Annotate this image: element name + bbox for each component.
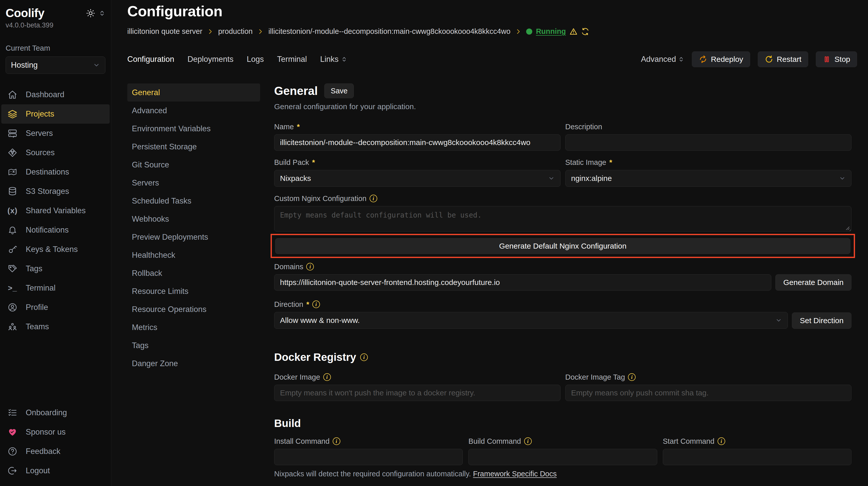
subnav-tags[interactable]: Tags	[127, 336, 260, 354]
sidebar-item-onboarding[interactable]: Onboarding	[1, 403, 110, 422]
advanced-toggle[interactable]: Advanced	[641, 55, 684, 64]
logout-icon	[7, 466, 18, 476]
sidebar-item-label: Teams	[26, 322, 49, 331]
sidebar-item-profile[interactable]: Profile	[1, 298, 110, 317]
tab-logs[interactable]: Logs	[247, 55, 264, 64]
tab-terminal[interactable]: Terminal	[277, 55, 307, 64]
page-title: Configuration	[127, 3, 857, 20]
install-command-input[interactable]	[274, 449, 463, 465]
sidebar-item-label: Destinations	[26, 167, 69, 176]
restart-button-label: Restart	[777, 55, 802, 64]
tab-links[interactable]: Links	[320, 55, 347, 64]
subnav-preview-deployments[interactable]: Preview Deployments	[127, 228, 260, 246]
docker-image-input[interactable]	[274, 385, 560, 401]
required-marker: *	[312, 158, 315, 167]
warning-triangle-icon[interactable]	[569, 28, 578, 36]
tab-deployments[interactable]: Deployments	[187, 55, 234, 64]
subnav-general[interactable]: General	[127, 84, 260, 101]
sidebar-item-shared-variables[interactable]: (x) Shared Variables	[1, 201, 110, 220]
info-icon	[718, 438, 725, 445]
sidebar-item-keys-tokens[interactable]: Keys & Tokens	[1, 240, 110, 259]
sidebar-item-sources[interactable]: Sources	[1, 143, 110, 162]
tab-configuration[interactable]: Configuration	[127, 55, 174, 64]
subnav-git-source[interactable]: Git Source	[127, 156, 260, 174]
framework-docs-link[interactable]: Framework Specific Docs	[473, 470, 557, 478]
save-button[interactable]: Save	[324, 84, 354, 98]
generate-domain-button[interactable]: Generate Domain	[775, 274, 851, 291]
redeploy-icon	[699, 55, 707, 64]
sidebar-item-s3-storages[interactable]: S3 Storages	[1, 182, 110, 201]
direction-value: Allow www & non-www.	[280, 316, 360, 325]
refresh-icon[interactable]	[581, 28, 589, 36]
breadcrumb-application[interactable]: illicitestonion/-module--decomposition:m…	[268, 27, 510, 36]
sidebar-item-label: Onboarding	[26, 408, 67, 417]
subnav-danger-zone[interactable]: Danger Zone	[127, 354, 260, 372]
sidebar-item-projects[interactable]: Projects	[1, 104, 110, 124]
sidebar-item-label: Dashboard	[26, 90, 64, 99]
subnav-healthcheck[interactable]: Healthcheck	[127, 246, 260, 264]
theme-switcher-chevrons-icon[interactable]	[99, 10, 105, 17]
stop-button[interactable]: Stop	[816, 52, 857, 67]
sidebar-item-terminal[interactable]: >_ Terminal	[1, 279, 110, 298]
sidebar-item-sponsor[interactable]: Sponsor us	[1, 422, 110, 442]
app-version: v4.0.0-beta.399	[6, 21, 105, 29]
sidebar-item-destinations[interactable]: Destinations	[1, 162, 110, 182]
sidebar-item-notifications[interactable]: Notifications	[1, 220, 110, 240]
team-select-value: Hosting	[11, 61, 38, 70]
subnav-servers[interactable]: Servers	[127, 174, 260, 192]
chevrons-up-down-icon	[341, 56, 347, 62]
subnav-scheduled-tasks[interactable]: Scheduled Tasks	[127, 192, 260, 210]
direction-select[interactable]: Allow www & non-www.	[274, 312, 788, 329]
home-icon	[7, 90, 18, 99]
subnav-advanced[interactable]: Advanced	[127, 101, 260, 120]
generate-nginx-config-button[interactable]: Generate Default Nginx Configuration	[275, 238, 850, 254]
sidebar-item-tags[interactable]: Tags	[1, 259, 110, 279]
sidebar-item-label: Sponsor us	[26, 427, 66, 436]
status-badge[interactable]: Running	[536, 27, 566, 36]
description-label: Description	[565, 123, 602, 131]
sidebar-nav: Dashboard Projects Servers Sources Desti…	[0, 85, 111, 336]
description-input[interactable]	[565, 134, 852, 151]
build-command-input[interactable]	[468, 449, 657, 465]
sidebar-item-teams[interactable]: Teams	[1, 317, 110, 336]
name-input[interactable]	[274, 134, 560, 151]
subnav-webhooks[interactable]: Webhooks	[127, 210, 260, 228]
custom-nginx-textarea[interactable]	[274, 206, 851, 232]
bell-icon	[7, 225, 18, 235]
info-icon	[323, 373, 331, 381]
subnav-rollback[interactable]: Rollback	[127, 264, 260, 282]
breadcrumb-environment[interactable]: production	[218, 27, 252, 36]
sidebar-item-logout[interactable]: Logout	[1, 461, 110, 480]
redeploy-button[interactable]: Redeploy	[692, 52, 750, 67]
docker-image-tag-label: Docker Image Tag	[565, 373, 625, 381]
docker-image-tag-input[interactable]	[565, 385, 852, 401]
sidebar-item-label: Sources	[26, 148, 55, 157]
tab-links-label: Links	[320, 55, 339, 64]
breadcrumb-project[interactable]: illicitonion quote server	[127, 27, 203, 36]
subnav-persistent-storage[interactable]: Persistent Storage	[127, 138, 260, 156]
subnav-resource-operations[interactable]: Resource Operations	[127, 300, 260, 318]
domains-input[interactable]	[274, 274, 771, 291]
sidebar-item-servers[interactable]: Servers	[1, 124, 110, 143]
sidebar-item-label: Feedback	[26, 447, 60, 456]
sidebar-item-dashboard[interactable]: Dashboard	[1, 85, 110, 104]
info-icon	[306, 263, 314, 270]
required-marker: *	[306, 300, 309, 309]
map-icon	[7, 167, 18, 177]
theme-sun-icon[interactable]	[86, 9, 95, 18]
set-direction-button[interactable]: Set Direction	[792, 313, 851, 329]
build-pack-select[interactable]: Nixpacks	[274, 170, 560, 187]
team-select[interactable]: Hosting	[6, 57, 105, 74]
chevrons-up-down-icon	[678, 56, 684, 62]
sidebar-item-label: Terminal	[26, 284, 56, 293]
start-command-input[interactable]	[663, 449, 851, 465]
subnav-metrics[interactable]: Metrics	[127, 318, 260, 336]
sidebar-item-feedback[interactable]: Feedback	[1, 442, 110, 461]
static-image-select[interactable]: nginx:alpine	[565, 170, 852, 187]
start-command-label: Start Command	[663, 437, 714, 446]
restart-icon	[765, 55, 773, 64]
subnav-environment-variables[interactable]: Environment Variables	[127, 120, 260, 138]
sidebar-item-label: Projects	[26, 109, 54, 119]
subnav-resource-limits[interactable]: Resource Limits	[127, 282, 260, 300]
restart-button[interactable]: Restart	[758, 52, 808, 67]
